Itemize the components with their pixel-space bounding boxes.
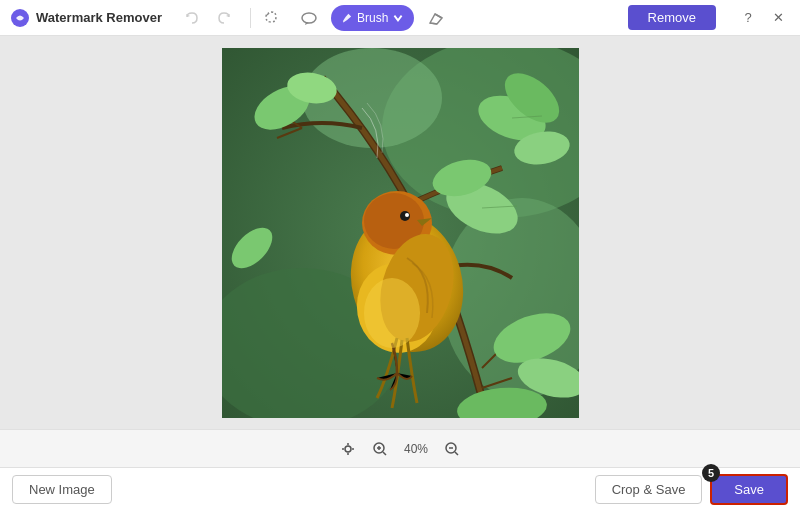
svg-point-14 [364, 278, 420, 348]
footer-right: 5 Crop & Save Save [595, 474, 788, 505]
tools-group: Brush [255, 4, 452, 32]
undo-button[interactable] [178, 4, 206, 32]
brush-tool-button[interactable]: Brush [331, 5, 414, 31]
zoom-out-button[interactable] [440, 437, 464, 461]
remove-button[interactable]: Remove [628, 5, 716, 30]
lasso-tool-button[interactable] [255, 4, 287, 32]
close-button[interactable]: ✕ [766, 6, 790, 30]
eraser-tool-button[interactable] [420, 4, 452, 32]
zoom-percent: 40% [400, 442, 432, 456]
window-controls: ? ✕ [736, 6, 790, 30]
help-button[interactable]: ? [736, 6, 760, 30]
save-button[interactable]: Save [710, 474, 788, 505]
polygon-tool-button[interactable] [293, 4, 325, 32]
svg-point-12 [405, 213, 409, 217]
canvas-area [0, 36, 800, 429]
app-title: Watermark Remover [36, 10, 162, 25]
bird-image [222, 48, 579, 418]
toolbar-divider [250, 8, 251, 28]
redo-button[interactable] [210, 4, 238, 32]
title-bar: Watermark Remover [0, 0, 800, 36]
image-container [222, 48, 579, 418]
brush-label: Brush [357, 11, 388, 25]
new-image-button[interactable]: New Image [12, 475, 112, 504]
zoom-in-button[interactable] [368, 437, 392, 461]
zoom-bar: 40% [0, 429, 800, 467]
app-logo-icon [10, 8, 30, 28]
crop-save-button[interactable]: Crop & Save [595, 475, 703, 504]
footer: New Image 5 Crop & Save Save [0, 467, 800, 511]
pan-tool-button[interactable] [336, 437, 360, 461]
undo-redo-group [178, 4, 238, 32]
svg-point-1 [302, 13, 316, 23]
badge: 5 [702, 464, 720, 482]
